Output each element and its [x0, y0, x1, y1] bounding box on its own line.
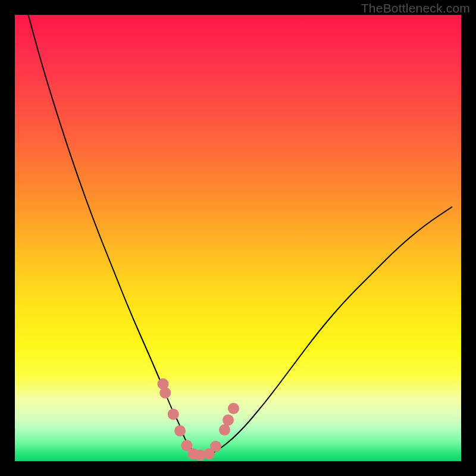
marker-dot — [174, 425, 186, 437]
marker-dot — [210, 441, 221, 452]
marker-dot — [219, 424, 230, 436]
watermark-text: TheBottleneck.com — [361, 1, 470, 15]
chart-svg — [15, 15, 461, 461]
marker-dot — [228, 403, 239, 414]
marker-dot — [159, 387, 171, 399]
curve-line — [29, 15, 453, 456]
chart-frame: TheBottleneck.com — [0, 0, 476, 476]
marker-dot — [168, 409, 179, 420]
marker-dot — [223, 415, 234, 426]
chart-plot-area — [15, 15, 461, 461]
